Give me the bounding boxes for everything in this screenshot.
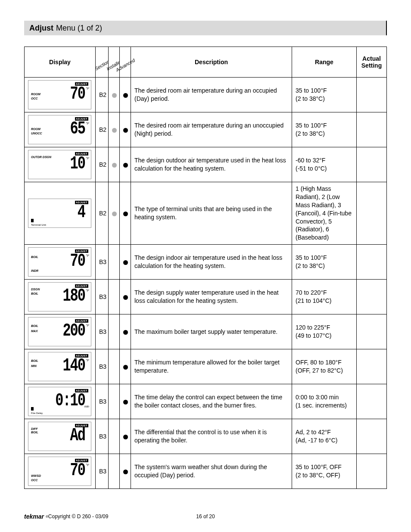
lcd-display: ADJUST4Terminal Unit xyxy=(28,199,91,228)
actual-setting-cell xyxy=(357,182,387,245)
lcd-label-2: MIN xyxy=(31,364,37,367)
table-row: ADJUST140°FBOILMINB3The minimum temperat… xyxy=(25,349,387,384)
dot-icon xyxy=(123,212,128,216)
table-row: ADJUST65°FROOMUNOCCB2The desired room ai… xyxy=(25,112,387,147)
lcd-unit: °F xyxy=(86,156,89,160)
section-cell: B3 xyxy=(96,245,109,280)
advanced-cell xyxy=(120,182,131,245)
header-installer: Installer xyxy=(109,47,120,78)
lcd-label-1: BOIL xyxy=(31,292,38,295)
lcd-display: ADJUST140°FBOILMIN xyxy=(28,352,91,381)
actual-setting-cell xyxy=(357,454,387,489)
header-row: Display Section Installer Advanced Descr… xyxy=(25,47,387,78)
header-description: Description xyxy=(131,47,292,78)
range-cell: 35 to 100°F(2 to 38°C) xyxy=(292,112,357,147)
section-cell: B3 xyxy=(96,280,109,314)
lcd-display: ADJUSTAdDIFFBOIL xyxy=(28,422,91,451)
installer-cell xyxy=(109,314,120,349)
lcd-display: ADJUST10°FOUTDR DSGN xyxy=(28,150,91,179)
lcd-value: 65 xyxy=(70,118,85,139)
dot-icon xyxy=(112,212,117,216)
range-cell: 1 (High Mass Radiant), 2 (Low Mass Radia… xyxy=(292,182,357,245)
advanced-cell xyxy=(120,419,131,454)
lcd-unit: °F xyxy=(86,121,89,125)
actual-setting-cell xyxy=(357,280,387,314)
title-bold: Adjust xyxy=(29,24,53,33)
installer-cell xyxy=(109,419,120,454)
range-cell: 0:00 to 3:00 min(1 sec. increments) xyxy=(292,384,357,419)
lcd-unit: °F xyxy=(86,463,89,467)
lcd-unit: °F xyxy=(86,254,89,258)
lcd-label-2: OCC xyxy=(31,97,38,100)
range-cell: 35 to 100°F, OFF(2 to 38°C, OFF) xyxy=(292,454,357,489)
display-cell: ADJUST180°FDSGNBOIL xyxy=(25,280,96,314)
lcd-value: 0:10 xyxy=(55,390,85,411)
table-row: ADJUST200°FBOILMAXB3The maximum boiler t… xyxy=(25,314,387,349)
dot-icon xyxy=(123,400,128,404)
lcd-display: ADJUST70°FBOILINDR xyxy=(28,247,91,277)
description-cell: The differential that the control is to … xyxy=(131,419,292,454)
lcd-icon xyxy=(31,407,34,411)
description-cell: The design supply water temperature used… xyxy=(131,280,292,314)
lcd-display: ADJUST70°FROOMOCC xyxy=(28,80,91,109)
description-cell: The type of terminal units that are bein… xyxy=(131,182,292,245)
display-cell: ADJUSTAdDIFFBOIL xyxy=(25,419,96,454)
header-display: Display xyxy=(25,47,96,78)
installer-cell xyxy=(109,245,120,280)
display-cell: ADJUST140°FBOILMIN xyxy=(25,349,96,384)
range-cell: 70 to 220°F(21 to 104°C) xyxy=(292,280,357,314)
display-cell: ADJUST10°FOUTDR DSGN xyxy=(25,147,96,182)
advanced-cell xyxy=(120,112,131,147)
advanced-cell xyxy=(120,454,131,489)
range-cell: 35 to 100°F(2 to 38°C) xyxy=(292,245,357,280)
installer-cell xyxy=(109,112,120,147)
dot-icon xyxy=(123,470,128,474)
lcd-label-1: BOIL xyxy=(31,431,38,434)
footer: tekmar® Copyright © D 260 - 03/09 16 of … xyxy=(24,513,387,520)
section-cell: B3 xyxy=(96,349,109,384)
lcd-value: Ad xyxy=(70,425,85,446)
dot-icon xyxy=(123,365,128,370)
lcd-display: ADJUST180°FDSGNBOIL xyxy=(28,282,91,311)
installer-cell xyxy=(109,280,120,314)
dot-icon xyxy=(123,295,128,300)
dot-icon xyxy=(112,163,117,168)
description-cell: The system's warm weather shut down duri… xyxy=(131,454,292,489)
lcd-label-1: ROOM xyxy=(31,128,40,131)
section-cell: B3 xyxy=(96,454,109,489)
lcd-value: 10 xyxy=(70,153,85,174)
lcd-label-2: INDR xyxy=(31,269,38,272)
advanced-cell xyxy=(120,280,131,314)
lcd-unit: °F xyxy=(86,324,89,327)
lcd-display: ADJUST0:10minFire Delay xyxy=(28,387,91,416)
dot-icon xyxy=(112,93,117,98)
lcd-label-2: MAX xyxy=(31,330,38,333)
actual-setting-cell xyxy=(357,245,387,280)
table-row: ADJUST0:10minFire DelayB3The time delay … xyxy=(25,384,387,419)
lcd-label-2: UNOCC xyxy=(31,132,42,135)
display-cell: ADJUST70°FROOMOCC xyxy=(25,78,96,112)
display-cell: ADJUST65°FROOMUNOCC xyxy=(25,112,96,147)
display-cell: ADJUST4Terminal Unit xyxy=(25,182,96,245)
advanced-cell xyxy=(120,349,131,384)
installer-cell xyxy=(109,78,120,112)
lcd-label-1: BOIL xyxy=(31,359,38,362)
title-rest: Menu (1 of 2) xyxy=(56,24,102,33)
lcd-value: 70 xyxy=(70,83,85,104)
advanced-cell xyxy=(120,384,131,419)
dot-icon xyxy=(123,435,128,439)
dot-icon xyxy=(112,128,117,133)
lcd-bottom-label: Fire Delay xyxy=(31,412,43,414)
section-cell: B2 xyxy=(96,112,109,147)
description-cell: The design outdoor air temperature used … xyxy=(131,147,292,182)
installer-cell xyxy=(109,182,120,245)
table-row: ADJUST70°FWWSDOCCB3The system's warm wea… xyxy=(25,454,387,489)
dot-icon xyxy=(123,128,128,133)
document-page: Adjust Menu (1 of 2) Display Section Ins… xyxy=(0,0,411,532)
section-cell: B3 xyxy=(96,314,109,349)
table-row: ADJUSTAdDIFFBOILB3The differential that … xyxy=(25,419,387,454)
range-cell: -60 to 32°F(-51 to 0°C) xyxy=(292,147,357,182)
table-row: ADJUST70°FROOMOCCB2The desired room air … xyxy=(25,78,387,112)
lcd-label-1: BOIL xyxy=(31,255,38,258)
lcd-unit: °F xyxy=(86,289,89,292)
